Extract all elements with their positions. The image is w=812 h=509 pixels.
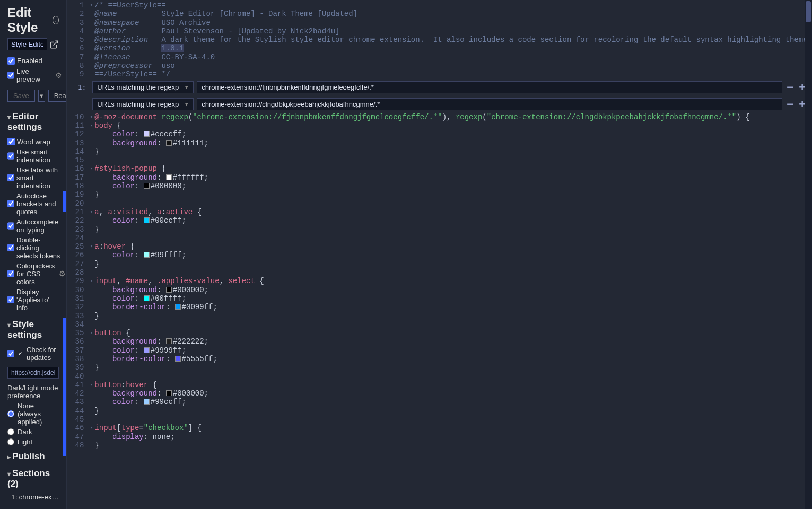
gear-icon[interactable]: ⚙ (59, 269, 66, 278)
code-line[interactable]: 36 background: #222222; (67, 337, 812, 346)
fold-icon[interactable]: ▾ (88, 1, 94, 10)
mode-radio[interactable] (7, 438, 14, 445)
fold-icon[interactable] (88, 389, 94, 398)
code-line[interactable]: 3@namespace USO Archive (67, 19, 812, 27)
code-line[interactable]: 17 background: #ffffff; (67, 173, 812, 182)
applies-value-input[interactable] (197, 81, 782, 93)
code-line[interactable]: 11▾body { (67, 121, 812, 130)
code-line[interactable]: 7@license CC-BY-SA-4.0 (67, 53, 812, 62)
fold-icon[interactable] (88, 398, 94, 406)
fold-icon[interactable] (88, 53, 94, 62)
fold-icon[interactable]: ▾ (88, 277, 94, 285)
code-line[interactable]: 29▾input, #name, .applies-value, select … (67, 277, 812, 285)
fold-icon[interactable] (88, 173, 94, 182)
fold-icon[interactable] (88, 190, 94, 199)
update-url-input[interactable] (7, 367, 59, 379)
fold-icon[interactable] (88, 268, 94, 277)
section-item[interactable]: 1:chrome-extension://fjnbnpbmkenffdnngj… (0, 492, 66, 503)
code-line[interactable]: 12 color: #ccccff; (67, 130, 812, 138)
fold-icon[interactable] (88, 62, 94, 70)
issues-header[interactable]: Issues: 27 i (0, 503, 66, 510)
code-line[interactable]: 10▾@-moz-document regexp("chrome-extensi… (67, 113, 812, 121)
fold-icon[interactable] (88, 70, 94, 78)
editor-setting-checkbox[interactable] (7, 138, 15, 145)
editor-setting-checkbox[interactable] (7, 222, 14, 230)
code-line[interactable]: 13 background: #111111; (67, 139, 812, 147)
code-line[interactable]: 14} (67, 147, 812, 156)
fold-icon[interactable] (88, 139, 94, 147)
applies-value-input[interactable] (197, 98, 782, 110)
fold-icon[interactable] (88, 320, 94, 329)
live-preview-checkbox[interactable] (7, 72, 14, 79)
header-code-editor[interactable]: 1▾/* ==UserStyle==2@name Style Editor [C… (67, 0, 812, 79)
editor-setting-checkbox[interactable] (7, 244, 14, 251)
code-line[interactable]: 39} (67, 363, 812, 372)
remove-applies-button[interactable]: − (785, 98, 794, 111)
code-line[interactable]: 9==/UserStyle== */ (67, 70, 812, 78)
code-line[interactable]: 6@version 1.0.1 (67, 44, 812, 52)
code-line[interactable]: 8@preprocessor uso (67, 62, 812, 70)
code-line[interactable]: 25▾a:hover { (67, 242, 812, 251)
fold-icon[interactable] (88, 199, 94, 208)
fold-icon[interactable] (88, 372, 94, 381)
code-line[interactable]: 27} (67, 260, 812, 268)
code-line[interactable]: 2@name Style Editor [Chrome] - Dark Them… (67, 10, 812, 18)
code-line[interactable]: 46▾input[type="checkbox"] { (67, 424, 812, 432)
code-line[interactable]: 28 (67, 268, 812, 277)
applies-type-select[interactable]: URLs matching the regexp▼ (92, 98, 194, 110)
fold-icon[interactable] (88, 147, 94, 156)
publish-header[interactable]: Publish (0, 447, 66, 464)
mode-radio[interactable] (7, 428, 14, 435)
editor-setting-checkbox[interactable] (7, 200, 14, 207)
code-line[interactable]: 19} (67, 190, 812, 199)
scrollbar[interactable] (805, 0, 812, 509)
editor-setting-checkbox[interactable] (7, 174, 14, 181)
body-code-editor[interactable]: 10▾@-moz-document regexp("chrome-extensi… (67, 113, 812, 450)
code-line[interactable]: 41▾button:hover { (67, 381, 812, 389)
code-line[interactable]: 31 color: #00ffff; (67, 294, 812, 303)
fold-icon[interactable] (88, 294, 94, 303)
info-icon[interactable]: i (53, 16, 59, 24)
fold-icon[interactable] (88, 355, 94, 363)
code-line[interactable]: 45 (67, 415, 812, 424)
code-line[interactable]: 32 border-color: #0099ff; (67, 303, 812, 311)
code-line[interactable]: 4@author Paul Stevenson - [Updated by Ni… (67, 27, 812, 36)
mode-radio[interactable] (7, 410, 14, 417)
fold-icon[interactable]: ▾ (88, 424, 94, 432)
fold-icon[interactable] (88, 260, 94, 268)
gear-icon[interactable]: ⚙ (55, 71, 62, 80)
fold-icon[interactable]: ▾ (88, 121, 94, 130)
external-link-icon[interactable] (49, 40, 59, 49)
code-line[interactable]: 34 (67, 320, 812, 329)
fold-icon[interactable] (88, 130, 94, 138)
code-line[interactable]: 38 border-color: #5555ff; (67, 355, 812, 363)
style-name-input[interactable] (7, 38, 47, 50)
fold-icon[interactable] (88, 363, 94, 372)
fold-icon[interactable] (88, 251, 94, 259)
save-button[interactable]: Save (7, 90, 35, 102)
code-line[interactable]: 5@description A dark theme for the Styli… (67, 36, 812, 44)
enabled-checkbox[interactable] (7, 57, 15, 65)
code-line[interactable]: 22 color: #00ccff; (67, 216, 812, 225)
fold-icon[interactable] (88, 182, 94, 190)
fold-icon[interactable] (88, 27, 94, 36)
fold-icon[interactable] (88, 234, 94, 242)
fold-icon[interactable]: ▾ (88, 113, 94, 121)
fold-icon[interactable]: ▾ (88, 242, 94, 251)
fold-icon[interactable]: ▾ (88, 381, 94, 389)
code-line[interactable]: 15 (67, 156, 812, 164)
fold-icon[interactable] (88, 441, 94, 450)
fold-icon[interactable] (88, 225, 94, 234)
beautify-button[interactable]: Beautify (48, 90, 67, 102)
code-line[interactable]: 47 display: none; (67, 433, 812, 441)
code-line[interactable]: 35▾button { (67, 329, 812, 337)
code-line[interactable]: 20 (67, 199, 812, 208)
code-line[interactable]: 1▾/* ==UserStyle== (67, 1, 812, 10)
fold-icon[interactable]: ▾ (88, 164, 94, 173)
code-line[interactable]: 30 background: #000000; (67, 286, 812, 294)
fold-icon[interactable] (88, 407, 94, 415)
code-line[interactable]: 26 color: #99ffff; (67, 251, 812, 259)
fold-icon[interactable] (88, 19, 94, 27)
fold-icon[interactable]: ▾ (88, 329, 94, 337)
code-line[interactable]: 42 background: #000000; (67, 389, 812, 398)
